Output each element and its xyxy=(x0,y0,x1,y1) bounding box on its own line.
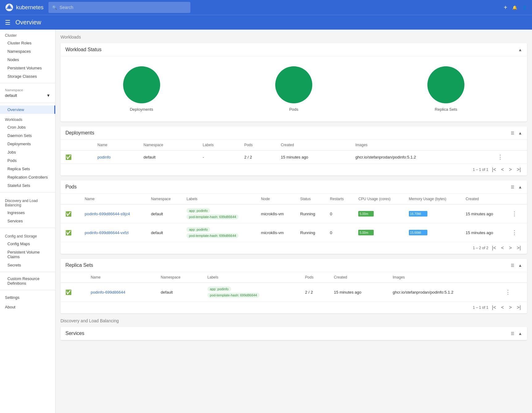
rs1-name-cell: podinfo-699d86644 xyxy=(86,283,156,302)
pod1-cpu-value: 5.00m xyxy=(360,212,368,216)
sidebar-item-replica-sets[interactable]: Replica Sets xyxy=(0,165,55,173)
services-filter-icon[interactable]: ☰ xyxy=(511,331,514,336)
pod2-name-link[interactable]: podinfo-699d86644-vxfzl xyxy=(85,230,128,235)
sidebar-item-daemon-sets[interactable]: Daemon Sets xyxy=(0,131,55,140)
workload-status-card: Workload Status ▲ Deployments Pods Repli… xyxy=(60,43,527,122)
pods-actions: ☰ ▲ xyxy=(511,185,522,189)
deployments-card-header: Deployments ☰ ▲ xyxy=(60,126,527,140)
deployment-labels-cell: - xyxy=(198,151,239,164)
deployments-col-created: Created xyxy=(276,140,351,151)
rs1-pods-cell: 2 / 2 xyxy=(300,283,329,302)
rs-first-page-button[interactable]: |< xyxy=(491,304,497,311)
pods-col-cpu: CPU Usage (cores) xyxy=(353,194,404,204)
rs-prev-page-button[interactable]: < xyxy=(500,304,505,311)
app-logo[interactable]: kubernetes xyxy=(5,3,44,12)
sidebar-item-nodes[interactable]: Nodes xyxy=(0,56,55,64)
sidebar: Cluster Cluster Roles Namespaces Nodes P… xyxy=(0,30,56,413)
deployments-first-page-button[interactable]: |< xyxy=(491,166,497,173)
filter-icon[interactable]: ☰ xyxy=(511,131,514,135)
sidebar-item-jobs[interactable]: Jobs xyxy=(0,148,55,156)
workload-status-title: Workload Status xyxy=(65,47,102,52)
replica-sets-collapse-icon[interactable]: ▲ xyxy=(518,263,522,268)
menu-hamburger-icon[interactable]: ☰ xyxy=(5,19,10,26)
deployments-table: Name Namespace Labels Pods Created Image… xyxy=(60,140,527,163)
sidebar-item-services[interactable]: Services xyxy=(0,217,55,225)
pod2-context-menu-icon[interactable]: ⋮ xyxy=(510,229,518,236)
replica-sets-label: Replica Sets xyxy=(435,107,457,112)
sidebar-item-secrets[interactable]: Secrets xyxy=(0,261,55,269)
status-ok-icon: ✅ xyxy=(65,155,72,160)
deployments-card: Deployments ☰ ▲ Name Namespace Labels Po… xyxy=(60,126,527,176)
replica-sets-card-title: Replica Sets xyxy=(65,262,93,268)
rs-col-name: Name xyxy=(86,272,156,283)
deployments-card-title: Deployments xyxy=(65,130,94,136)
deployment-created-cell: 15 minutes ago xyxy=(276,151,351,164)
pod1-cpu-cell: 5.00m xyxy=(353,204,404,223)
sidebar-item-stateful-sets[interactable]: Stateful Sets xyxy=(0,181,55,190)
sidebar-item-settings[interactable]: Settings xyxy=(0,293,55,302)
topbar-actions: + 🔔 👤 xyxy=(504,4,527,11)
deployments-collapse-icon[interactable]: ▲ xyxy=(518,131,522,135)
collapse-icon[interactable]: ▲ xyxy=(518,47,522,52)
pods-first-page-button[interactable]: |< xyxy=(491,245,497,251)
user-avatar-icon[interactable]: 👤 xyxy=(522,5,527,10)
rs-col-labels: Labels xyxy=(202,272,300,283)
sidebar-item-pods[interactable]: Pods xyxy=(0,156,55,165)
replica-sets-filter-icon[interactable]: ☰ xyxy=(511,263,514,268)
deployments-next-page-button[interactable]: > xyxy=(508,166,513,173)
sidebar-item-ingresses[interactable]: Ingresses xyxy=(0,209,55,217)
deployment-namespace-cell: default xyxy=(139,151,198,164)
pod1-memory-bar-container: 16.70Mi xyxy=(409,211,456,217)
services-card: Services ☰ ▲ xyxy=(60,327,527,340)
sidebar-item-namespaces[interactable]: Namespaces xyxy=(0,47,55,56)
add-icon[interactable]: + xyxy=(504,4,507,11)
rs1-label1: app: podinfo xyxy=(207,287,231,291)
pod1-cpu-bar-container: 5.00m xyxy=(358,211,399,217)
rs-last-page-button[interactable]: >| xyxy=(516,304,522,311)
pod2-memory-cell: 15.66Mi xyxy=(404,223,461,242)
pod1-context-menu-icon[interactable]: ⋮ xyxy=(510,211,518,217)
rs1-context-menu-icon[interactable]: ⋮ xyxy=(504,289,512,295)
deployment-name-cell: podinfo xyxy=(93,151,139,164)
sidebar-item-about[interactable]: About xyxy=(0,302,55,312)
deployments-prev-page-button[interactable]: < xyxy=(500,166,505,173)
sidebar-item-cluster-roles[interactable]: Cluster Roles xyxy=(0,39,55,47)
sidebar-item-persistent-volumes[interactable]: Persistent Volumes xyxy=(0,64,55,72)
namespace-dropdown[interactable]: default ▼ xyxy=(5,93,50,98)
pods-last-page-button[interactable]: >| xyxy=(516,245,522,251)
rs1-status-cell: ✅ xyxy=(60,283,86,302)
sidebar-item-storage-classes[interactable]: Storage Classes xyxy=(0,72,55,81)
pods-col-created: Created xyxy=(461,194,505,204)
pods-prev-page-button[interactable]: < xyxy=(500,245,505,251)
notifications-icon[interactable]: 🔔 xyxy=(512,5,517,10)
replica-sets-pagination: 1 – 1 of 1 |< < > >| xyxy=(60,301,527,313)
sidebar-item-config-maps[interactable]: Config Maps xyxy=(0,240,55,248)
pod2-status-text-cell: Running xyxy=(295,223,325,242)
deployments-col-images: Images xyxy=(350,140,491,151)
pods-table: Name Namespace Labels Node Status Restar… xyxy=(60,194,527,242)
deployments-label: Deployments xyxy=(130,107,153,112)
pods-label: Pods xyxy=(289,107,298,112)
deployments-last-page-button[interactable]: >| xyxy=(516,166,522,173)
pod1-namespace-cell: default xyxy=(146,204,181,223)
rs-next-page-button[interactable]: > xyxy=(508,304,513,311)
services-collapse-icon[interactable]: ▲ xyxy=(518,331,522,336)
pod1-name-link[interactable]: podinfo-699d86644-s9jz4 xyxy=(85,212,130,216)
sidebar-item-pvc[interactable]: Persistent Volume Claims xyxy=(0,248,55,261)
pods-filter-icon[interactable]: ☰ xyxy=(511,185,514,189)
pods-col-status-icon xyxy=(60,194,80,204)
sidebar-item-replication-controllers[interactable]: Replication Controllers xyxy=(0,173,55,181)
pods-next-page-button[interactable]: > xyxy=(508,245,513,251)
sidebar-item-overview[interactable]: Overview xyxy=(0,105,55,114)
rs1-name-link[interactable]: podinfo-699d86644 xyxy=(91,290,125,295)
sidebar-item-deployments[interactable]: Deployments xyxy=(0,140,55,148)
sidebar-item-cron-jobs[interactable]: Cron Jobs xyxy=(0,123,55,131)
main-layout: Cluster Cluster Roles Namespaces Nodes P… xyxy=(0,30,532,413)
search-input[interactable] xyxy=(60,5,187,10)
search-bar[interactable]: 🔍 xyxy=(48,2,190,13)
sidebar-item-crd[interactable]: Custom Resource Definitions xyxy=(0,275,55,287)
pods-pagination: 1 – 2 of 2 |< < > >| xyxy=(60,242,527,254)
pods-collapse-icon[interactable]: ▲ xyxy=(518,185,522,189)
deployment-context-menu-icon[interactable]: ⋮ xyxy=(496,154,504,160)
deployment-name-link[interactable]: podinfo xyxy=(98,155,111,159)
